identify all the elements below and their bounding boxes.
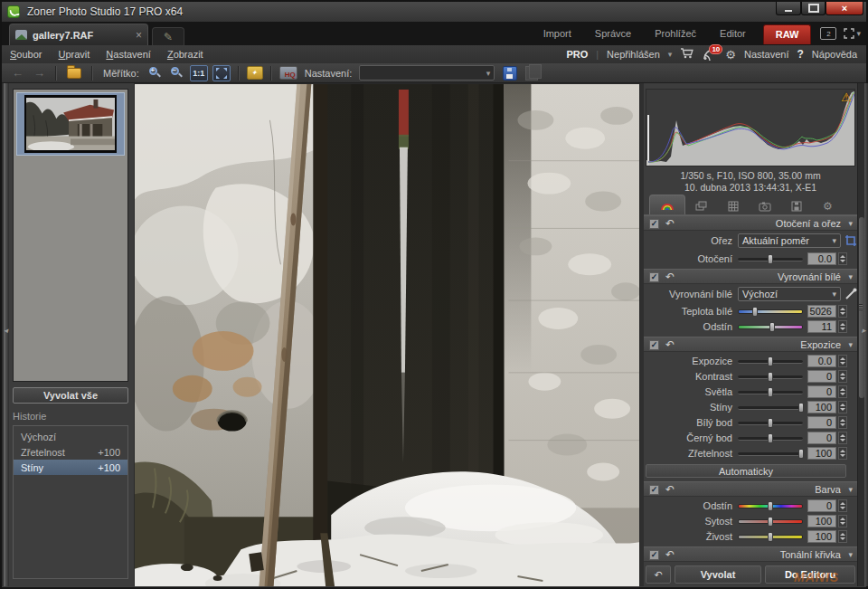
second-monitor-icon[interactable]: 2	[820, 27, 836, 40]
copy-settings-icon[interactable]	[525, 66, 538, 81]
tab-close-icon[interactable]: ×	[136, 31, 142, 40]
clarity-slider[interactable]	[738, 449, 803, 459]
saturation-value[interactable]: 100	[807, 515, 836, 527]
black-point-value[interactable]: 0	[807, 432, 836, 444]
tab-advanced-gear[interactable]: ⚙	[812, 198, 844, 214]
account-login[interactable]: Nepřihlášen	[607, 49, 660, 60]
tab-grid[interactable]	[717, 198, 749, 214]
temperature-value[interactable]: 5026	[807, 305, 836, 318]
save-preset-icon[interactable]	[503, 66, 517, 81]
spinner[interactable]	[838, 499, 847, 512]
rotation-value[interactable]: 0.0	[807, 252, 836, 265]
rotation-slider[interactable]	[738, 254, 803, 264]
zoom-in-icon[interactable]: +	[148, 66, 162, 80]
module-sprayce[interactable]: Správce	[583, 28, 643, 39]
wb-preset-select[interactable]: Výchozí ▾	[738, 287, 841, 301]
title-bar[interactable]: Zoner Photo Studio 17 PRO x64 ×	[2, 2, 866, 23]
vibrance-value[interactable]: 100	[807, 530, 836, 543]
section-exposure[interactable]: ✓ ↶ Expozice ▾	[644, 337, 857, 352]
menu-zobrazit[interactable]: Zobrazit	[159, 49, 212, 60]
auto-button[interactable]: Automaticky	[646, 464, 846, 478]
develop-all-button[interactable]: Vyvolat vše	[13, 387, 128, 404]
fit-to-window-button[interactable]	[212, 65, 231, 81]
spinner[interactable]	[838, 305, 847, 318]
tint-slider[interactable]	[738, 322, 803, 332]
thumbnail-selected[interactable]	[16, 92, 125, 156]
open-folder-icon[interactable]	[67, 68, 81, 79]
spinner[interactable]	[838, 401, 847, 413]
spinner[interactable]	[838, 370, 847, 383]
clipping-warning-icon[interactable]: ⚠	[841, 90, 852, 104]
shadows-value[interactable]: 100	[807, 401, 836, 413]
saturation-slider[interactable]	[738, 517, 803, 527]
tab-camera[interactable]	[749, 198, 780, 214]
history-item-selected[interactable]: Stíny+100	[14, 460, 127, 475]
help-menu[interactable]: Nápověda	[812, 49, 857, 60]
document-tab[interactable]: gallery7.RAF ×	[9, 24, 148, 45]
close-button[interactable]: ×	[826, 2, 863, 15]
zoom-out-icon[interactable]: −	[170, 66, 184, 80]
collapse-right-icon[interactable]: ▸	[862, 326, 866, 335]
spinner[interactable]	[838, 355, 847, 367]
section-rotation-crop[interactable]: ✓ ↶ Otočení a ořez ▾	[644, 215, 857, 231]
spinner[interactable]	[838, 447, 847, 460]
section-checkbox[interactable]: ✓	[649, 272, 659, 282]
hue-slider[interactable]	[738, 501, 803, 511]
crop-ratio-select[interactable]: Aktuální poměr ▾	[738, 233, 841, 248]
menu-nastaveni[interactable]: Nastavení	[98, 49, 159, 60]
black-point-slider[interactable]	[738, 433, 803, 443]
contrast-value[interactable]: 0	[807, 370, 836, 383]
highlights-slider[interactable]	[738, 387, 803, 397]
section-checkbox[interactable]: ✓	[649, 219, 659, 229]
eyedropper-icon[interactable]	[844, 288, 857, 300]
vibrance-slider[interactable]	[738, 532, 803, 542]
collapse-left-icon[interactable]: ◂	[4, 326, 8, 335]
module-editor[interactable]: Editor	[708, 28, 758, 39]
module-raw-active[interactable]: RAW	[763, 24, 812, 44]
cart-icon[interactable]	[680, 46, 694, 62]
develop-button[interactable]: Vyvolat	[675, 565, 761, 584]
section-tone-curve[interactable]: ✓ ↶ Tonální křivka ▾	[644, 546, 857, 562]
right-panel-splitter[interactable]: ▸	[864, 83, 868, 586]
edit-tab-stub[interactable]: ✎	[152, 27, 184, 45]
tab-develop-color[interactable]	[649, 195, 685, 214]
fullscreen-icon[interactable]: ▾	[844, 28, 861, 39]
undo-icon[interactable]: ↶	[665, 217, 675, 230]
image-canvas[interactable]	[134, 83, 640, 588]
panel-scrollbar[interactable]	[857, 83, 864, 586]
minimize-button[interactable]	[776, 2, 801, 15]
back-icon[interactable]: ←	[9, 66, 26, 80]
section-checkbox[interactable]: ✓	[649, 340, 659, 350]
spinner[interactable]	[838, 515, 847, 527]
module-prohlizec[interactable]: Prohlížeč	[643, 28, 708, 39]
shadows-slider[interactable]	[738, 403, 803, 413]
forward-icon[interactable]: →	[31, 66, 48, 80]
section-color[interactable]: ✓ ↶ Barva ▾	[644, 481, 857, 497]
white-point-slider[interactable]	[738, 418, 803, 428]
undo-icon[interactable]: ↶	[665, 271, 675, 283]
section-white-balance[interactable]: ✓ ↶ Vyrovnání bílé ▾	[644, 269, 857, 284]
maximize-button[interactable]	[801, 2, 826, 15]
white-point-value[interactable]: 0	[807, 416, 836, 429]
tab-layers[interactable]	[685, 198, 717, 214]
history-item[interactable]: Výchozí	[14, 429, 127, 444]
help-icon[interactable]: ?	[797, 48, 804, 61]
undo-icon[interactable]: ↶	[665, 338, 675, 351]
menu-upravit[interactable]: Upravit	[50, 49, 98, 60]
undo-icon[interactable]: ↶	[665, 483, 675, 496]
hue-value[interactable]: 0	[807, 499, 836, 512]
settings-menu[interactable]: Nastavení	[744, 49, 789, 60]
quick-fix-icon[interactable]: ✦	[247, 66, 263, 80]
news-feed-icon[interactable]: 10	[703, 48, 717, 61]
zoom-1-1-button[interactable]: 1:1	[190, 65, 208, 81]
undo-icon[interactable]: ↶	[665, 548, 675, 561]
section-checkbox[interactable]: ✓	[649, 485, 659, 495]
history-item[interactable]: Zřetelnost+100	[14, 444, 127, 460]
menu-soubor[interactable]: Soubor	[2, 49, 50, 60]
exposure-slider[interactable]	[738, 356, 803, 366]
crop-icon[interactable]	[844, 234, 857, 247]
tab-export[interactable]	[780, 198, 812, 214]
spinner[interactable]	[838, 416, 847, 429]
highlights-value[interactable]: 0	[807, 385, 836, 398]
spinner[interactable]	[838, 320, 847, 333]
